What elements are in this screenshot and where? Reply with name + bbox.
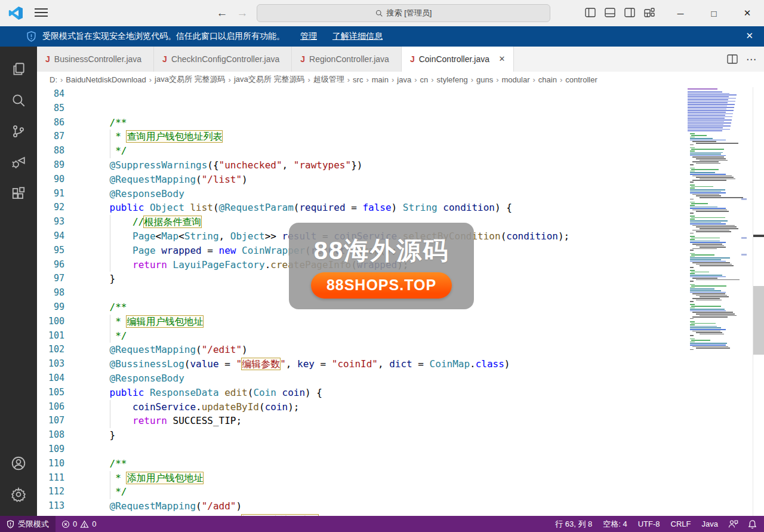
breadcrumb-item[interactable]: BaiduNetdiskDownload [66,75,146,84]
watermark-link-button[interactable]: 88SHOPS.TOP [311,272,452,299]
code-line-110[interactable]: 110 /** [37,457,764,471]
language-mode-status[interactable]: Java [697,516,723,532]
close-tab-icon[interactable]: ✕ [497,54,507,64]
overview-ruler-mark [753,235,764,237]
line-number: 87 [37,130,64,144]
tab-CoinController.java[interactable]: JCoinController.java✕ [402,47,514,72]
code-line-100[interactable]: 100 * 编辑用户钱包地址 [37,315,764,329]
breadcrumb-item[interactable]: main [372,75,389,84]
code-line-111[interactable]: 111 * 添加用户钱包地址 [37,471,764,485]
split-editor-icon[interactable] [727,54,738,64]
breadcrumb-item[interactable]: src [353,75,363,84]
cursor-position-status[interactable]: 行 63, 列 8 [550,516,597,532]
breadcrumb-item[interactable]: chain [538,75,557,84]
line-text: @ResponseBody [64,371,184,386]
indent-guide [110,400,110,429]
indent-guide [110,215,110,272]
code-line-105[interactable]: 105 public ResponseData edit(Coin coin) … [37,386,764,400]
source-control-icon[interactable] [4,116,33,147]
code-line-88[interactable]: 88 */ [37,144,764,158]
nav-forward-button[interactable]: → [234,5,251,21]
unicode-highlight-box: 编辑用户钱包地址 [127,316,203,327]
customize-layout-icon[interactable] [643,6,656,19]
code-line-113[interactable]: 113 @RequestMapping("/add") [37,499,764,513]
breadcrumb-item[interactable]: controller [565,75,597,84]
code-line-104[interactable]: 104 @ResponseBody [37,371,764,386]
tab-BusinessController.java[interactable]: JBusinessController.java [37,47,154,72]
code-line-87[interactable]: 87 * 查询用户钱包地址列表 [37,130,764,144]
code-line-85[interactable]: 85 [37,102,764,116]
code-line-114[interactable]: 114 @BussinessLog(value = "添加用户钱包地址" [37,513,764,516]
toggle-panel-icon[interactable] [603,6,617,19]
extensions-icon[interactable] [4,178,33,209]
scrollbar-slider[interactable] [753,286,764,355]
breadcrumb-item[interactable]: java交易所 完整源码 [234,74,304,85]
maximize-button[interactable]: □ [697,0,731,26]
run-debug-icon[interactable] [4,147,33,178]
toggle-sidebar-icon[interactable] [584,6,597,19]
feedback-icon[interactable] [723,516,743,532]
line-text: */ [64,329,127,343]
code-line-103[interactable]: 103 @BussinessLog(value = "编辑参数", key = … [37,357,764,371]
notifications-bell-icon[interactable] [743,516,764,532]
command-center-search[interactable]: 搜索 [管理员] [257,4,550,22]
search-sidebar-icon[interactable] [4,85,33,116]
code-line-112[interactable]: 112 */ [37,485,764,499]
unicode-highlight-box: 添加用户钱包地址 [127,472,203,484]
code-line-89[interactable]: 89 @SuppressWarnings({"unchecked", "rawt… [37,158,764,173]
encoding-status[interactable]: UTF-8 [633,516,666,532]
code-line-101[interactable]: 101 */ [37,329,764,343]
minimize-button[interactable]: ─ [664,0,697,26]
line-text: //根据条件查询 [64,215,201,229]
indentation-status[interactable]: 空格: 4 [597,516,632,532]
eol-status[interactable]: CRLF [666,516,697,532]
more-actions-icon[interactable]: ⋯ [746,53,757,66]
vscode-window: ← → 搜索 [管理员] ─ □ ✕ 受限模式旨在实现安全地浏览代码。信任此窗口… [0,0,764,532]
code-editor[interactable]: 848586 /**87 * 查询用户钱包地址列表88 */89 @Suppre… [37,87,764,516]
breadcrumb-item[interactable]: cn [420,75,429,84]
tab-CheckInConfigController.java[interactable]: JCheckInConfigController.java [154,47,292,72]
line-number: 93 [37,215,64,229]
code-line-86[interactable]: 86 /** [37,116,764,130]
breadcrumb-item[interactable]: stylefeng [437,75,468,84]
line-text: @RequestMapping("/add") [64,499,242,513]
tab-label: CheckInConfigController.java [171,54,279,64]
minimap[interactable] [686,88,743,363]
code-line-107[interactable]: 107 return SUCCESS_TIP; [37,414,764,428]
code-line-106[interactable]: 106 coinService.updateById(coin); [37,400,764,414]
code-line-108[interactable]: 108 } [37,428,764,442]
breadcrumb-item[interactable]: 超级管理 [313,74,344,85]
line-number: 92 [37,201,64,215]
breadcrumb-separator: › [392,75,394,84]
restricted-mode-label: 受限模式 [18,519,49,530]
java-file-icon: J [45,54,50,64]
unicode-highlight-box: 根据条件查询 [144,216,201,227]
breadcrumb-item[interactable]: modular [502,75,530,84]
breadcrumb-item[interactable]: java [397,75,411,84]
nav-back-button[interactable]: ← [214,5,230,21]
settings-gear-icon[interactable] [4,479,33,510]
line-number: 110 [37,457,64,471]
breadcrumb-item[interactable]: D: [50,75,57,84]
code-line-91[interactable]: 91 @ResponseBody [37,187,764,201]
code-line-109[interactable]: 109 [37,442,764,457]
breadcrumb-item[interactable]: guns [476,75,493,84]
manage-link[interactable]: 管理 [300,31,317,42]
explorer-icon[interactable] [4,54,33,85]
menu-hamburger-icon[interactable] [35,8,48,18]
code-line-102[interactable]: 102 @RequestMapping("/edit") [37,343,764,357]
accounts-icon[interactable] [4,448,33,479]
learn-more-link[interactable]: 了解详细信息 [332,31,383,42]
problems-status[interactable]: 0 0 [56,519,102,528]
close-window-button[interactable]: ✕ [731,0,764,26]
banner-close-icon[interactable]: ✕ [745,30,753,41]
code-line-84[interactable]: 84 [37,87,764,102]
code-line-90[interactable]: 90 @RequestMapping("/list") [37,173,764,187]
code-line-92[interactable]: 92 public Object list(@RequestParam(requ… [37,201,764,215]
restricted-mode-status[interactable]: 受限模式 [0,516,56,532]
breadcrumb-separator: › [149,75,152,84]
toggle-secondary-sidebar-icon[interactable] [623,6,636,19]
breadcrumb-item[interactable]: java交易所 完整源码 [155,74,225,85]
line-number: 112 [37,485,64,499]
tab-RegionController.java[interactable]: JRegionController.java [292,47,402,72]
